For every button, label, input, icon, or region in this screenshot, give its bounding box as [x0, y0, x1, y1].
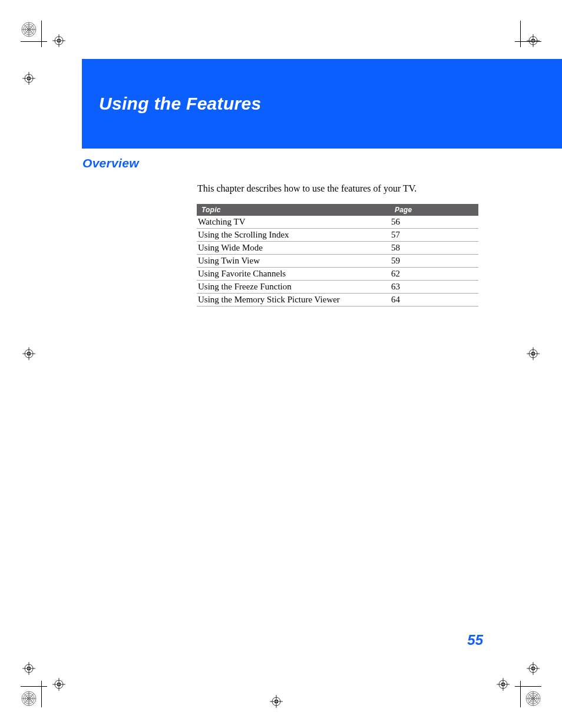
registration-mark-icon [22, 662, 35, 675]
page-cell: 56 [390, 216, 478, 229]
topic-cell: Using the Memory Stick Picture Viewer [197, 294, 390, 307]
table-row: Using the Freeze Function63 [197, 281, 478, 294]
table-header-topic: Topic [197, 204, 390, 216]
registration-mark-icon [52, 34, 65, 47]
registration-mark-icon [527, 662, 540, 675]
registration-mark-icon [22, 347, 35, 360]
rosette-icon [21, 22, 37, 37]
crop-mark [21, 686, 47, 687]
topic-cell: Using Twin View [197, 255, 390, 268]
topic-cell: Using Wide Mode [197, 242, 390, 255]
table-header-page: Page [390, 204, 478, 216]
page-cell: 64 [390, 294, 478, 307]
table-row: Watching TV56 [197, 216, 478, 229]
page-cell: 57 [390, 229, 478, 242]
crop-mark [515, 686, 541, 687]
table-row: Using Favorite Channels62 [197, 268, 478, 281]
page-cell: 59 [390, 255, 478, 268]
intro-text: This chapter describes how to use the fe… [197, 183, 483, 194]
page-cell: 62 [390, 268, 478, 281]
rosette-icon [21, 691, 37, 706]
table-row: Using Twin View59 [197, 255, 478, 268]
page-cell: 58 [390, 242, 478, 255]
chapter-title: Using the Features [99, 94, 261, 114]
table-row: Using Wide Mode58 [197, 242, 478, 255]
registration-mark-icon [527, 347, 540, 360]
topic-cell: Using Favorite Channels [197, 268, 390, 281]
topic-cell: Using the Freeze Function [197, 281, 390, 294]
topic-cell: Watching TV [197, 216, 390, 229]
chapter-banner: Using the Features [82, 59, 562, 149]
page-number: 55 [467, 632, 483, 648]
overview-section: Overview This chapter describes how to u… [82, 156, 483, 307]
registration-mark-icon [270, 695, 283, 708]
registration-mark-icon [52, 678, 65, 691]
table-row: Using the Memory Stick Picture Viewer64 [197, 294, 478, 307]
rosette-icon [525, 691, 541, 706]
page-container: Using the Features Overview This chapter… [0, 0, 562, 728]
page-cell: 63 [390, 281, 478, 294]
crop-mark [520, 681, 521, 707]
crop-mark [41, 21, 42, 47]
registration-mark-icon [497, 678, 510, 691]
crop-mark [41, 681, 42, 707]
registration-mark-icon [527, 34, 540, 47]
topics-table: Topic Page Watching TV56Using the Scroll… [197, 204, 478, 307]
crop-mark [21, 41, 47, 42]
table-row: Using the Scrolling Index57 [197, 229, 478, 242]
topic-cell: Using the Scrolling Index [197, 229, 390, 242]
crop-mark [520, 21, 521, 47]
registration-mark-icon [22, 72, 35, 85]
section-heading: Overview [82, 156, 483, 170]
